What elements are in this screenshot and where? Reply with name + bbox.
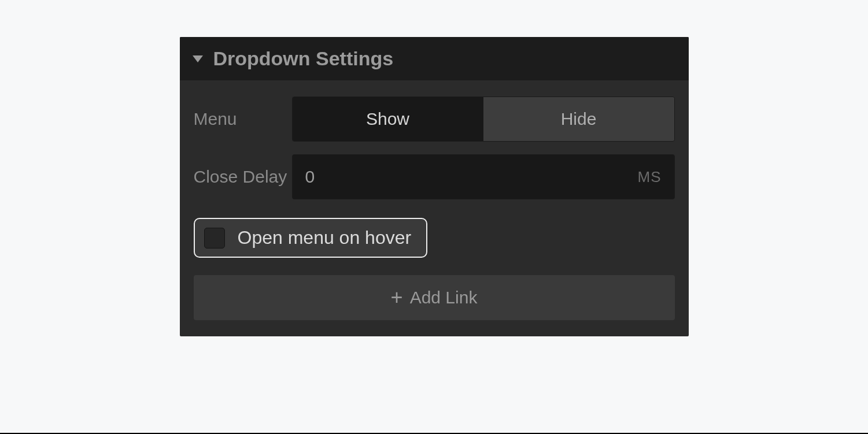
close-delay-label: Close Delay — [194, 166, 292, 188]
close-delay-input-wrap[interactable]: MS — [292, 154, 675, 199]
menu-label: Menu — [194, 108, 292, 130]
dropdown-settings-panel: Dropdown Settings Menu Show Hide Close D… — [180, 37, 689, 336]
menu-row: Menu Show Hide — [194, 97, 675, 142]
menu-show-button[interactable]: Show — [293, 97, 483, 141]
collapse-triangle-icon — [193, 55, 203, 62]
panel-title: Dropdown Settings — [213, 47, 394, 70]
panel-body: Menu Show Hide Close Delay MS Open menu … — [180, 80, 689, 336]
close-delay-input[interactable] — [305, 167, 638, 187]
add-link-label: Add Link — [410, 288, 478, 307]
close-delay-row: Close Delay MS — [194, 154, 675, 199]
plus-icon: + — [391, 287, 403, 308]
panel-header[interactable]: Dropdown Settings — [180, 37, 689, 80]
open-on-hover-label: Open menu on hover — [238, 227, 412, 248]
open-on-hover-checkbox-row[interactable]: Open menu on hover — [194, 218, 428, 258]
add-link-button[interactable]: + Add Link — [194, 275, 675, 320]
menu-toggle-group: Show Hide — [292, 97, 675, 142]
close-delay-unit: MS — [638, 168, 662, 186]
menu-hide-button[interactable]: Hide — [483, 97, 674, 141]
open-on-hover-checkbox[interactable] — [204, 228, 225, 248]
